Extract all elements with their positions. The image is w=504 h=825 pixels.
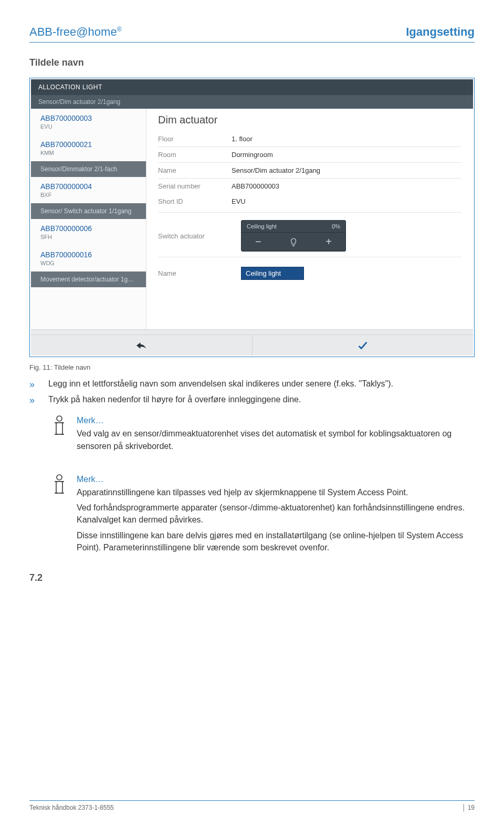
allocation-subheader: Sensor/Dim actuator 2/1gang (31, 95, 473, 109)
device-title: Dim actuator (158, 114, 461, 126)
product-name: ABB-free@home (29, 25, 117, 38)
check-icon (357, 340, 369, 351)
sidebar-category: Movement detector/actuator 1g… (31, 271, 146, 287)
back-arrow-icon (135, 341, 148, 350)
figure-caption: Fig. 11: Tildele navn (29, 363, 475, 371)
sidebar-item[interactable]: ABB700000006 SFH (31, 219, 146, 245)
note-paragraph: Ved valg av en sensor/dimmeaktuatorenhet… (77, 427, 475, 452)
page-footer: Teknisk håndbok 2373-1-8555 │ 19 (29, 800, 475, 811)
sidebar-category: Sensor/ Switch actuator 1/1gang (31, 203, 146, 219)
footer-page: 19 (468, 804, 475, 811)
svg-rect-7 (56, 482, 62, 493)
dimmer-name: Ceiling light (247, 223, 277, 229)
detail-label: Room (158, 151, 232, 159)
footer-left: Teknisk håndbok 2373-1-8555 (29, 804, 114, 811)
svg-point-0 (57, 416, 62, 421)
footer-sep: │ (462, 804, 466, 811)
list-strip (31, 329, 473, 335)
note-block: Merk… Apparatinnstillingene kan tilpasse… (51, 473, 475, 554)
minus-icon[interactable]: − (255, 236, 261, 248)
detail-row-room: Room Dormingroom (158, 147, 461, 162)
bulb-icon (289, 237, 298, 247)
detail-label: Name (158, 166, 232, 174)
section-number: 7.2 (29, 572, 475, 583)
switch-actuator-label: Switch actuator (158, 232, 232, 240)
sidebar-item[interactable]: ABB700000004 BXF (31, 177, 146, 203)
switch-actuator-row: Switch actuator Ceiling light 0% − + (158, 212, 461, 257)
footer-right: │ 19 (462, 804, 475, 811)
name-label: Name (158, 269, 232, 277)
svg-point-6 (57, 475, 62, 480)
note-paragraph: Apparatinnstillingene kan tilpasses ved … (77, 486, 475, 498)
svg-rect-1 (56, 423, 62, 434)
sidebar-item[interactable]: ABB700000021 KMM (31, 135, 146, 161)
note-paragraph: Disse innstillingene kan bare delvis gjø… (77, 529, 475, 554)
device-short-id: KMM (31, 150, 146, 161)
detail-value: EVU (232, 197, 246, 205)
note-title: Merk… (77, 473, 475, 485)
info-icon (51, 473, 67, 554)
detail-label: Serial number (158, 182, 232, 190)
sidebar-item[interactable]: ABB700000016 WDG (31, 245, 146, 271)
plus-icon[interactable]: + (326, 236, 332, 248)
device-short-id: SFH (31, 234, 146, 245)
instruction-bullet: » Trykk på haken nedenfor til høyre for … (29, 393, 475, 407)
detail-value: 1. floor (232, 135, 253, 143)
device-id: ABB700000003 (31, 109, 146, 123)
registered-mark: ® (117, 26, 122, 33)
header-left: ABB-free@home® (29, 25, 121, 39)
bullet-text: Legg inn et lettforståelig navn som anve… (48, 378, 393, 391)
device-detail-panel: Dim actuator Floor 1. floor Room Dorming… (146, 109, 473, 329)
header-right: Igangsetting (406, 25, 475, 39)
info-icon (51, 414, 67, 452)
detail-value: ABB700000003 (232, 182, 279, 190)
allocation-header: ALLOCATION LIGHT (31, 79, 473, 95)
instruction-bullet: » Legg inn et lettforståelig navn som an… (29, 378, 475, 391)
detail-value: Dormingroom (232, 151, 273, 159)
dimmer-percent: 0% (332, 223, 340, 229)
section-title: Tildele navn (29, 57, 475, 68)
sidebar-category: Sensor/Dimmaktor 2/1-fach (31, 161, 146, 177)
device-id: ABB700000004 (31, 177, 146, 192)
device-id: ABB700000016 (31, 245, 146, 260)
sidebar-item[interactable]: ABB700000003 EVU (31, 109, 146, 135)
note-block: Merk… Ved valg av en sensor/dimmeaktuato… (51, 414, 475, 452)
detail-row-name: Name Sensor/Dim actuator 2/1gang (158, 162, 461, 178)
page-header: ABB-free@home® Igangsetting (29, 25, 475, 43)
device-short-id: EVU (31, 123, 146, 135)
confirm-button[interactable] (253, 335, 474, 356)
detail-value: Sensor/Dim actuator 2/1gang (232, 166, 320, 174)
name-edit-row: Name Ceiling light (158, 257, 461, 283)
name-input[interactable]: Ceiling light (241, 267, 304, 280)
device-id: ABB700000006 (31, 219, 146, 234)
note-title: Merk… (77, 414, 475, 426)
bullet-marker: » (29, 393, 39, 407)
bullet-marker: » (29, 378, 39, 391)
embedded-ui-screenshot: ALLOCATION LIGHT Sensor/Dim actuator 2/1… (29, 78, 475, 357)
back-button[interactable] (31, 335, 253, 356)
detail-label: Short ID (158, 197, 232, 205)
device-short-id: WDG (31, 260, 146, 271)
bullet-text: Trykk på haken nedenfor til høyre for å … (48, 393, 301, 407)
detail-row-shortid: Short ID EVU (158, 194, 461, 209)
detail-row-floor: Floor 1. floor (158, 131, 461, 147)
detail-label: Floor (158, 135, 232, 143)
dimmer-widget[interactable]: Ceiling light 0% − + (241, 220, 346, 252)
device-sidebar: ABB700000003 EVU ABB700000021 KMM Sensor… (31, 109, 146, 329)
note-paragraph: Ved forhåndsprogrammerte apparater (sens… (77, 502, 475, 526)
screenshot-footer (31, 335, 473, 356)
device-id: ABB700000021 (31, 135, 146, 150)
detail-row-serial: Serial number ABB700000003 (158, 178, 461, 194)
device-short-id: BXF (31, 192, 146, 203)
